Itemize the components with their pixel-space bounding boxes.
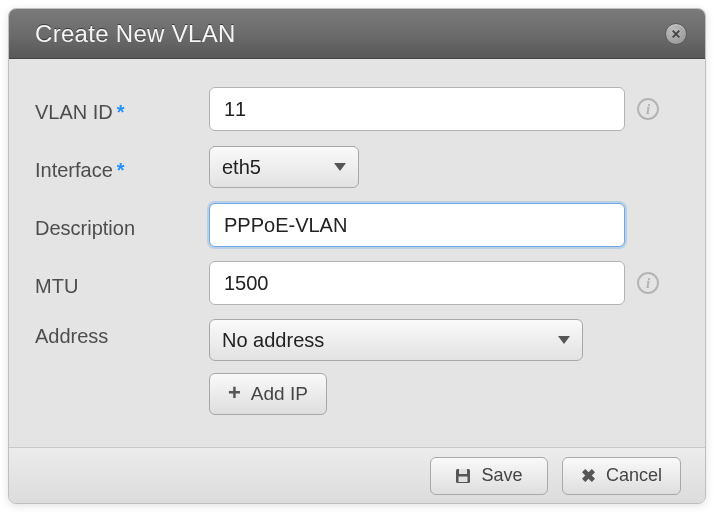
label-description: Description	[35, 211, 209, 240]
label-interface: Interface*	[35, 153, 209, 182]
mtu-input[interactable]	[209, 261, 625, 305]
required-marker: *	[117, 101, 125, 123]
label-text: Interface	[35, 159, 113, 181]
interface-select[interactable]: eth5	[209, 146, 359, 188]
row-interface: Interface* eth5	[35, 145, 675, 189]
label-text: Address	[35, 325, 108, 347]
save-icon	[455, 468, 471, 484]
button-label: Cancel	[606, 465, 662, 486]
label-text: Description	[35, 217, 135, 239]
cancel-button[interactable]: ✖ Cancel	[562, 457, 681, 495]
row-description: Description	[35, 203, 675, 247]
dialog-titlebar: Create New VLAN	[9, 9, 705, 59]
create-vlan-dialog: Create New VLAN VLAN ID* i Interface*	[8, 8, 706, 504]
svg-rect-1	[459, 469, 467, 474]
vlan-id-input[interactable]	[209, 87, 625, 131]
select-value: eth5	[222, 156, 261, 179]
plus-icon: +	[228, 380, 241, 406]
button-label: Save	[481, 465, 522, 486]
info-icon[interactable]: i	[637, 272, 659, 294]
select-value: No address	[222, 329, 324, 352]
label-mtu: MTU	[35, 269, 209, 298]
label-text: MTU	[35, 275, 78, 297]
description-input[interactable]	[209, 203, 625, 247]
label-address: Address	[35, 319, 209, 348]
svg-rect-2	[459, 476, 468, 482]
row-vlan-id: VLAN ID* i	[35, 87, 675, 131]
chevron-down-icon	[334, 163, 346, 171]
row-mtu: MTU i	[35, 261, 675, 305]
cancel-icon: ✖	[581, 465, 596, 487]
info-icon[interactable]: i	[637, 98, 659, 120]
chevron-down-icon	[558, 336, 570, 344]
row-address: Address No address + Add IP	[35, 319, 675, 415]
close-icon	[671, 29, 681, 39]
address-select[interactable]: No address	[209, 319, 583, 361]
dialog-title: Create New VLAN	[35, 20, 236, 48]
save-button[interactable]: Save	[430, 457, 548, 495]
label-vlan-id: VLAN ID*	[35, 95, 209, 124]
required-marker: *	[117, 159, 125, 181]
close-button[interactable]	[665, 23, 687, 45]
dialog-body: VLAN ID* i Interface* eth5	[9, 59, 705, 447]
button-label: Add IP	[251, 383, 308, 405]
label-text: VLAN ID	[35, 101, 113, 123]
dialog-footer: Save ✖ Cancel	[9, 447, 705, 503]
add-ip-button[interactable]: + Add IP	[209, 373, 327, 415]
